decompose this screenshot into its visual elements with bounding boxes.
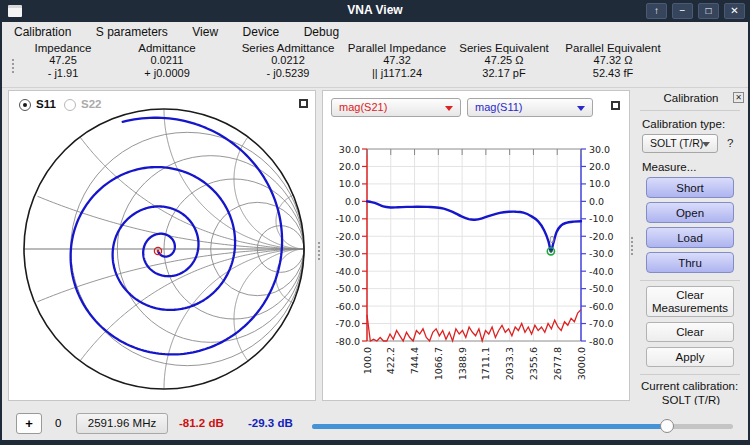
toolbar-grip[interactable] xyxy=(12,57,14,75)
window-title: VNA View xyxy=(0,3,750,17)
clear-button[interactable]: Clear xyxy=(646,322,734,342)
svg-text:0.0: 0.0 xyxy=(345,196,360,207)
shade-icon[interactable]: ↑ xyxy=(646,3,667,19)
menu-calibration[interactable]: Calibration xyxy=(4,23,81,39)
measure-label: Measure... xyxy=(642,161,696,173)
svg-text:20.0: 20.0 xyxy=(339,161,360,172)
minimize-icon[interactable]: − xyxy=(672,3,693,19)
apply-button[interactable]: Apply xyxy=(646,347,734,367)
svg-text:2677.8: 2677.8 xyxy=(552,347,563,380)
svg-text:-70.0: -70.0 xyxy=(335,318,360,329)
chevron-down-icon xyxy=(702,142,710,147)
svg-text:0.0: 0.0 xyxy=(589,196,604,207)
s21-db-value: -81.2 dB xyxy=(179,417,224,429)
readout-parallel-equivalent: Parallel Equivalent 47.32 Ω 52.43 fF xyxy=(554,42,672,80)
status-bar: + 0 2591.96 MHz -81.2 dB -29.3 dB xyxy=(2,405,748,440)
svg-text:422.2: 422.2 xyxy=(385,347,396,374)
readout-toolbar: Impedance 47.25 - j1.91 Admittance 0.021… xyxy=(2,39,748,88)
smith-chart[interactable] xyxy=(9,91,317,402)
svg-text:100.0: 100.0 xyxy=(362,347,373,374)
cal-splitter-handle[interactable] xyxy=(631,235,633,257)
svg-text:744.4: 744.4 xyxy=(409,347,420,374)
svg-text:1711.1: 1711.1 xyxy=(480,347,491,380)
svg-text:-20.0: -20.0 xyxy=(335,231,360,242)
readout-impedance: Impedance 47.25 - j1.91 xyxy=(20,42,106,80)
svg-text:0: 0 xyxy=(549,235,554,245)
svg-text:20.0: 20.0 xyxy=(589,161,610,172)
menu-device[interactable]: Device xyxy=(233,23,290,39)
s22-radio[interactable] xyxy=(64,99,76,111)
readout-admittance: Admittance 0.0211 + j0.0009 xyxy=(124,42,210,80)
svg-text:30.0: 30.0 xyxy=(589,144,610,155)
readout-parallel-impedance: Parallel Impedance 47.32 || j1171.24 xyxy=(338,42,456,80)
svg-text:-50.0: -50.0 xyxy=(335,283,360,294)
detach-pane-icon[interactable] xyxy=(299,99,308,108)
content-area: S11 S22 100.0422.2744.41066.71388.91711.… xyxy=(2,88,748,440)
svg-text:2355.6: 2355.6 xyxy=(528,347,539,380)
close-panel-icon[interactable]: ✕ xyxy=(733,92,744,103)
menu-view[interactable]: View xyxy=(182,23,228,39)
svg-text:2033.3: 2033.3 xyxy=(504,347,515,380)
svg-text:-10.0: -10.0 xyxy=(589,213,614,224)
thru-button[interactable]: Thru xyxy=(646,252,734,273)
add-marker-button[interactable]: + xyxy=(16,413,42,434)
magnitude-plot[interactable]: 100.0422.2744.41066.71388.91711.12033.32… xyxy=(323,91,631,402)
svg-text:-80.0: -80.0 xyxy=(335,336,360,347)
calibration-title: Calibration xyxy=(641,92,741,104)
svg-text:-40.0: -40.0 xyxy=(335,266,360,277)
svg-text:3000.0: 3000.0 xyxy=(576,347,587,380)
clear-measurements-button[interactable]: Clear Measurements xyxy=(646,286,734,317)
svg-text:-80.0: -80.0 xyxy=(589,336,614,347)
app-window: VNA View ↑ − □ ✕ Calibration S parameter… xyxy=(0,0,750,445)
menu-s-parameters[interactable]: S parameters xyxy=(86,23,178,39)
menu-bar: Calibration S parameters View Device Deb… xyxy=(2,22,748,39)
svg-text:1388.9: 1388.9 xyxy=(457,347,468,380)
trace2-selector[interactable]: mag(S11) xyxy=(467,98,593,117)
readout-series-admittance: Series Admittance 0.0212 - j0.5239 xyxy=(234,42,342,80)
detach-pane-icon[interactable] xyxy=(611,101,620,110)
svg-text:1066.7: 1066.7 xyxy=(433,347,444,380)
svg-text:-10.0: -10.0 xyxy=(335,213,360,224)
svg-text:-50.0: -50.0 xyxy=(589,283,614,294)
svg-text:-70.0: -70.0 xyxy=(589,318,614,329)
smith-chart-pane: S11 S22 xyxy=(8,90,316,401)
slider-fill xyxy=(312,424,672,429)
calibration-type-select[interactable]: SOLT (T/R) xyxy=(642,134,718,153)
s22-radio-label[interactable]: S22 xyxy=(81,98,101,110)
chevron-down-icon xyxy=(445,106,453,111)
title-bar: VNA View ↑ − □ ✕ xyxy=(0,0,750,22)
slider-handle[interactable] xyxy=(660,419,674,433)
s11-db-value: -29.3 dB xyxy=(248,417,293,429)
close-icon[interactable]: ✕ xyxy=(724,3,745,19)
menu-debug[interactable]: Debug xyxy=(294,23,349,39)
open-button[interactable]: Open xyxy=(646,202,734,223)
svg-text:10.0: 10.0 xyxy=(339,178,360,189)
s11-radio-label[interactable]: S11 xyxy=(36,98,56,110)
svg-text:-20.0: -20.0 xyxy=(589,231,614,242)
help-button[interactable]: ? xyxy=(727,137,733,149)
calibration-panel: Calibration ✕ Calibration type: SOLT (T/… xyxy=(634,88,748,404)
svg-text:-60.0: -60.0 xyxy=(589,301,614,312)
load-button[interactable]: Load xyxy=(646,227,734,248)
pane-splitter-handle[interactable] xyxy=(318,240,320,262)
marker-frequency-button[interactable]: 2591.96 MHz xyxy=(76,413,168,434)
svg-text:-60.0: -60.0 xyxy=(335,301,360,312)
marker-index: 0 xyxy=(55,417,61,429)
magnitude-plot-pane: 100.0422.2744.41066.71388.91711.12033.32… xyxy=(322,90,630,401)
maximize-icon[interactable]: □ xyxy=(698,3,719,19)
svg-text:10.0: 10.0 xyxy=(589,178,610,189)
svg-text:30.0: 30.0 xyxy=(339,144,360,155)
svg-text:-30.0: -30.0 xyxy=(589,248,614,259)
svg-text:-40.0: -40.0 xyxy=(589,266,614,277)
current-calibration-label: Current calibration: xyxy=(641,380,738,392)
frequency-slider[interactable] xyxy=(312,424,733,429)
svg-text:-30.0: -30.0 xyxy=(335,248,360,259)
chevron-down-icon xyxy=(577,106,585,111)
calibration-type-label: Calibration type: xyxy=(642,118,725,130)
s11-radio[interactable] xyxy=(19,99,31,111)
short-button[interactable]: Short xyxy=(646,177,734,198)
readout-series-equivalent: Series Equivalent 47.25 Ω 32.17 pF xyxy=(450,42,558,80)
trace1-selector[interactable]: mag(S21) xyxy=(331,98,461,117)
